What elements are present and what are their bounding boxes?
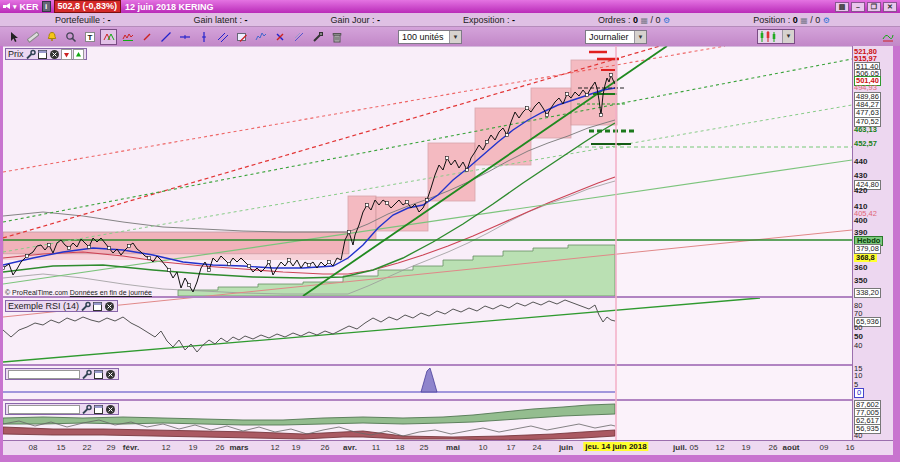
copyright-notice: © ProRealTime.com Données en fin de jour… <box>5 289 152 296</box>
date-axis-label: 16 <box>846 443 855 452</box>
date-axis-label: 10 <box>479 443 488 452</box>
candle-body <box>610 74 613 77</box>
price-axis-label: 338,20 <box>854 288 881 298</box>
candle-body <box>48 244 51 247</box>
zigzag-pattern-icon[interactable] <box>119 29 136 45</box>
keyboard-icon[interactable]: ▤ <box>835 2 849 12</box>
date-axis-label: 11 <box>372 443 380 452</box>
date-axis-label: 12 <box>271 443 280 452</box>
date-axis-label: 12 <box>162 443 171 452</box>
pane-window-icon[interactable] <box>93 369 104 380</box>
buy-arrow-icon[interactable] <box>73 49 84 60</box>
wrench-icon[interactable] <box>80 301 91 312</box>
date-axis-label: juin <box>559 443 573 452</box>
indicator-shortcut-icon[interactable] <box>879 29 896 45</box>
drawing-settings-icon[interactable] <box>309 29 326 45</box>
drawing-toolbar: T 100 unités▼ Jo <box>0 27 900 46</box>
pane-window-icon[interactable] <box>92 301 103 312</box>
pointer-tool-icon[interactable] <box>5 29 22 45</box>
period-select[interactable]: Journalier▼ <box>585 30 647 44</box>
candle-body <box>446 157 449 160</box>
candlestick-style-icon <box>758 30 782 43</box>
trash-icon[interactable] <box>328 29 345 45</box>
units-select[interactable]: 100 unités▼ <box>398 30 462 44</box>
candle-body <box>506 134 509 137</box>
date-axis-label: 22 <box>83 443 92 452</box>
position-list-icon[interactable]: ▦ <box>800 16 808 25</box>
pane-close-icon[interactable] <box>49 49 60 60</box>
elliott-wave-tool-icon[interactable] <box>252 29 269 45</box>
day-gain-info: Gain Jour : - <box>330 15 380 25</box>
wrench-icon[interactable] <box>81 404 92 415</box>
parallel-lines-tool-icon[interactable] <box>214 29 231 45</box>
chart-style-button[interactable]: ▼ <box>757 29 795 44</box>
horizontal-line-tool-icon[interactable] <box>176 29 193 45</box>
date-axis-label: 15 <box>57 443 66 452</box>
wrench-icon[interactable] <box>25 49 36 60</box>
chart-surface[interactable]: Prix © ProRealTime.com Données en fin de… <box>3 46 852 440</box>
symbol-dropdown-caret[interactable]: ▾ <box>13 3 17 11</box>
chart-style-arrow-icon[interactable]: ▼ <box>782 30 794 43</box>
position-info: Position : 0 ▦ / 0 ⚙ <box>753 15 830 25</box>
date-axis-label: 18 <box>396 443 405 452</box>
last-price-badge: 502,8 (-0,83%) <box>54 0 122 13</box>
info-icon[interactable]: i <box>42 1 51 12</box>
position-settings-icon[interactable]: ⚙ <box>823 16 830 25</box>
price-axis-label: 40 <box>854 342 862 350</box>
candle-body <box>188 284 191 287</box>
wrench-icon[interactable] <box>81 369 92 380</box>
text-tool-icon[interactable]: T <box>81 29 98 45</box>
price-axis[interactable]: 521,80515,97511,40506,05501,40494,93489,… <box>852 46 893 440</box>
candle-body <box>148 257 151 260</box>
ruler-tool-icon[interactable] <box>24 29 41 45</box>
latent-gain-info: Gain latent : - <box>193 15 247 25</box>
candle-body <box>268 261 271 264</box>
title-date-label: 12 juin 2018 KERING <box>125 2 214 12</box>
app-window: ▾ KER i 502,8 (-0,83%) 12 juin 2018 KERI… <box>0 0 900 462</box>
data-delay-link[interactable]: Données en fin de journée <box>70 289 152 296</box>
zoom-tool-icon[interactable] <box>62 29 79 45</box>
pattern-detector-icon[interactable] <box>100 29 117 45</box>
trendline-tool-icon[interactable] <box>157 29 174 45</box>
pane-window-icon[interactable] <box>93 404 104 415</box>
annotate-chart-icon[interactable] <box>233 29 250 45</box>
pane-close-icon[interactable] <box>105 404 116 415</box>
indicator3-pane-header <box>5 368 119 380</box>
minimize-button[interactable]: – <box>851 2 865 12</box>
candle-body <box>426 199 429 202</box>
delete-drawing-icon[interactable] <box>271 29 288 45</box>
price-axis-label: 430 <box>854 172 867 180</box>
period-select-arrow-icon[interactable]: ▼ <box>634 31 646 43</box>
sell-arrow-icon[interactable] <box>61 49 72 60</box>
candle-body <box>228 263 231 266</box>
orders-list-icon[interactable]: ▦ <box>640 16 648 25</box>
indicator3-name-input[interactable] <box>8 370 80 379</box>
candle-body <box>26 255 29 258</box>
pivot-zone-3 <box>428 143 475 201</box>
units-select-arrow-icon[interactable]: ▼ <box>449 31 461 43</box>
pivot-zone-5 <box>531 88 571 138</box>
price-axis-label: 463,13 <box>854 126 877 134</box>
vertical-line-tool-icon[interactable] <box>195 29 212 45</box>
pane3-spike <box>421 368 437 392</box>
orders-info: Ordres : 0 ▦ / 0 ⚙ <box>598 15 670 25</box>
candle-body <box>68 247 71 250</box>
restore-button[interactable]: ❐ <box>867 2 881 12</box>
date-axis-label: 25 <box>420 443 429 452</box>
indicator4-name-input[interactable] <box>8 405 80 414</box>
candle-body <box>366 204 369 207</box>
segment-tool-icon[interactable] <box>138 29 155 45</box>
alert-bell-icon[interactable] <box>43 29 60 45</box>
orders-settings-icon[interactable]: ⚙ <box>663 16 670 25</box>
date-axis[interactable]: 08152229févr.121926mars121926avr.111825m… <box>3 440 893 455</box>
pane-close-icon[interactable] <box>104 301 115 312</box>
cross-lines-tool-icon[interactable] <box>290 29 307 45</box>
alert-sound-icon[interactable] <box>3 3 12 10</box>
pane-window-icon[interactable] <box>37 49 48 60</box>
date-axis-label: 26 <box>321 443 330 452</box>
date-axis-label: 09 <box>820 443 829 452</box>
close-button[interactable]: ✕ <box>883 2 897 12</box>
date-axis-label: 19 <box>292 443 301 452</box>
pane-close-icon[interactable] <box>105 369 116 380</box>
price-axis-label: 60 <box>854 324 862 332</box>
